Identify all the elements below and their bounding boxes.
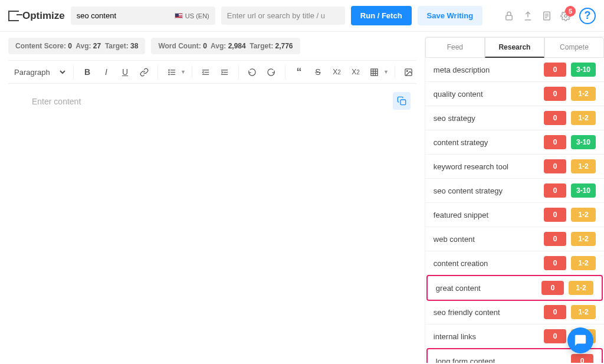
keyword-list[interactable]: meta description03-10quality content01-2… xyxy=(425,58,604,363)
keyword-row[interactable]: meta description03-10 xyxy=(425,58,604,82)
keyword-text: web content xyxy=(434,235,539,244)
editor-toolbar: Paragraph B I U ▼ xyxy=(8,60,416,84)
keyword-row[interactable]: featured snippet01-2 xyxy=(425,203,604,227)
superscript-button[interactable]: X2 xyxy=(348,64,363,80)
save-writing-button[interactable]: Save Writing xyxy=(418,6,483,25)
keyword-count-badge: 0 xyxy=(544,63,566,77)
help-button[interactable]: ? xyxy=(579,8,596,24)
header-bar: Optimize US (EN) Run / Fetch Save Writin… xyxy=(0,0,604,32)
keyword-count-badge: 0 xyxy=(544,329,566,343)
locale-selector[interactable]: US (EN) xyxy=(175,12,209,19)
document-icon[interactable] xyxy=(541,11,552,21)
copy-button[interactable] xyxy=(393,92,411,110)
image-button[interactable] xyxy=(401,64,416,80)
lock-icon[interactable] xyxy=(504,11,514,21)
separator xyxy=(157,65,158,78)
keyword-count-badge: 0 xyxy=(541,281,564,295)
panel-tabs: Feed Research Compete xyxy=(425,37,604,58)
separator xyxy=(285,65,285,78)
keyword-text: seo friendly content xyxy=(434,308,539,317)
keyword-input[interactable] xyxy=(77,11,165,20)
tab-feed[interactable]: Feed xyxy=(425,37,485,58)
subscript-button[interactable]: X2 xyxy=(329,64,344,80)
keyword-range-badge: 1-2 xyxy=(571,256,596,270)
svg-point-11 xyxy=(168,74,169,74)
block-type-select[interactable]: Paragraph xyxy=(8,65,67,80)
keyword-text: great content xyxy=(436,284,537,293)
optimize-icon xyxy=(8,11,19,21)
keyword-row[interactable]: seo friendly content01-2 xyxy=(425,300,604,324)
keyword-text: featured snippet xyxy=(434,211,539,219)
keyword-row[interactable]: keyword research tool01-2 xyxy=(425,155,604,179)
bold-button[interactable]: B xyxy=(80,64,95,80)
keyword-range-badge: 1-2 xyxy=(571,305,596,319)
keyword-search-box[interactable]: US (EN) xyxy=(71,6,215,25)
keyword-count-badge: 0 xyxy=(571,354,593,363)
us-flag-icon xyxy=(175,13,183,19)
list-dropdown-icon[interactable]: ▼ xyxy=(180,69,186,75)
word-count-pill: Word Count: 0 Avg: 2,984 Target: 2,776 xyxy=(151,38,300,54)
svg-point-10 xyxy=(168,71,169,72)
keyword-count-badge: 0 xyxy=(544,305,566,319)
keyword-count-badge: 0 xyxy=(544,208,566,222)
keyword-count-badge: 0 xyxy=(544,135,566,149)
keyword-count-badge: 0 xyxy=(544,256,566,270)
run-fetch-button[interactable]: Run / Fetch xyxy=(351,6,412,25)
url-input[interactable] xyxy=(227,11,339,20)
keyword-range-badge: 1-2 xyxy=(569,281,593,295)
keyword-range-badge: 1-2 xyxy=(571,232,596,246)
keyword-text: seo strategy xyxy=(434,114,539,123)
keyword-text: quality content xyxy=(434,90,539,99)
content-score-pill: Content Score: 0 Avg: 27 Target: 38 xyxy=(8,38,145,54)
keyword-text: seo content strategy xyxy=(434,186,539,195)
link-button[interactable] xyxy=(136,64,152,80)
separator xyxy=(238,65,239,78)
keyword-text: meta description xyxy=(434,65,539,74)
keyword-row[interactable]: content strategy03-10 xyxy=(425,130,604,155)
table-dropdown-icon[interactable]: ▼ xyxy=(383,69,389,75)
keyword-row[interactable]: content creation01-2 xyxy=(425,251,604,276)
svg-point-9 xyxy=(168,70,169,70)
keyword-row[interactable]: quality content01-2 xyxy=(425,82,604,106)
quote-button[interactable]: “ xyxy=(291,64,307,80)
keyword-row[interactable]: seo content strategy03-10 xyxy=(425,179,604,203)
keyword-range-badge: 3-10 xyxy=(571,183,596,198)
strikethrough-button[interactable]: S xyxy=(310,64,326,80)
indent-button[interactable] xyxy=(217,64,232,80)
table-button[interactable] xyxy=(367,64,382,80)
bullet-list-button[interactable] xyxy=(164,64,179,80)
keyword-row[interactable]: great content01-2 xyxy=(426,275,603,301)
chat-fab[interactable] xyxy=(567,327,593,353)
keyword-range-badge: 1-2 xyxy=(571,87,596,101)
keyword-range-badge: 1-2 xyxy=(571,208,596,222)
tab-compete[interactable]: Compete xyxy=(544,37,604,58)
header-icon-group: 5 ? xyxy=(504,8,596,24)
keyword-range-badge: 3-10 xyxy=(571,135,596,149)
redo-button[interactable] xyxy=(264,64,279,80)
keyword-count-badge: 0 xyxy=(544,159,566,173)
app-title: Optimize xyxy=(22,10,65,22)
keyword-row[interactable]: web content01-2 xyxy=(425,227,604,251)
keyword-count-badge: 0 xyxy=(544,232,566,246)
editor-placeholder: Enter content xyxy=(32,97,393,106)
separator xyxy=(73,65,74,78)
keyword-text: content creation xyxy=(434,259,539,268)
svg-point-24 xyxy=(407,70,408,71)
url-search-box[interactable] xyxy=(221,6,345,25)
tab-research[interactable]: Research xyxy=(485,37,544,58)
undo-button[interactable] xyxy=(245,64,260,80)
keyword-count-badge: 0 xyxy=(544,183,566,198)
keyword-count-badge: 0 xyxy=(544,87,566,101)
italic-button[interactable]: I xyxy=(99,64,114,80)
outdent-button[interactable] xyxy=(198,64,214,80)
editor-body[interactable]: Enter content xyxy=(8,92,416,357)
settings-icon[interactable]: 5 xyxy=(560,11,571,21)
separator xyxy=(395,65,395,78)
stats-row: Content Score: 0 Avg: 27 Target: 38 Word… xyxy=(8,38,416,54)
keyword-row[interactable]: seo strategy01-2 xyxy=(425,106,604,130)
upload-icon[interactable] xyxy=(523,11,533,21)
underline-button[interactable]: U xyxy=(117,64,133,80)
keyword-count-badge: 0 xyxy=(544,111,566,125)
app-logo: Optimize xyxy=(8,10,65,22)
main-area: Content Score: 0 Avg: 27 Target: 38 Word… xyxy=(0,32,604,363)
